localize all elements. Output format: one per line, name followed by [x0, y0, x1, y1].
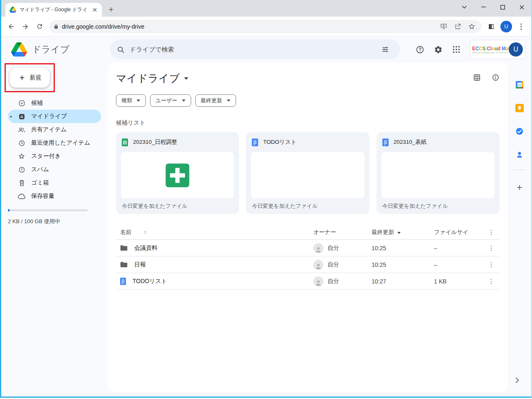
card-file-name: TODOリスト: [263, 138, 296, 146]
card-file-name: 202310_表紙: [394, 138, 427, 146]
search-options-icon[interactable]: [377, 41, 394, 58]
owner-avatar-icon: [313, 276, 323, 286]
suggestion-card[interactable]: 202310_表紙 今日変更を加えたファイル: [377, 132, 500, 214]
row-options-icon[interactable]: ⋮: [483, 244, 500, 252]
sidebar-item-label: 最近使用したアイテム: [31, 139, 90, 147]
settings-gear-icon[interactable]: [430, 41, 446, 58]
chevron-down-icon: [184, 77, 188, 80]
sidebar-item-label: マイドライブ: [31, 113, 67, 120]
storage-meter: 2 KB / 100 GB 使用中: [8, 209, 101, 225]
new-button[interactable]: 新規: [10, 68, 50, 88]
column-header-modified[interactable]: 最終更新: [372, 229, 434, 236]
storage-text: 2 KB / 100 GB 使用中: [8, 218, 101, 225]
file-name: 日報: [134, 261, 146, 268]
calendar-app-icon[interactable]: 31: [515, 73, 525, 96]
account-avatar[interactable]: U: [509, 42, 523, 57]
sidebar-item-storage[interactable]: 保存容量: [8, 190, 101, 203]
bookmark-star-icon[interactable]: [466, 21, 477, 32]
row-options-icon[interactable]: ⋮: [483, 261, 500, 268]
forward-icon[interactable]: [19, 20, 32, 33]
drive-logo-icon: [11, 42, 27, 57]
table-options-icon[interactable]: ⋮: [483, 229, 500, 236]
browser-menu-icon[interactable]: [515, 20, 528, 33]
plus-icon: [18, 74, 26, 81]
star-icon: [18, 153, 25, 160]
sort-descending-icon: [397, 232, 401, 234]
browser-avatar[interactable]: U: [500, 21, 512, 32]
chevron-down-icon: [227, 99, 230, 101]
sidebar-item-label: スパム: [31, 166, 49, 173]
chevron-down-icon: [182, 99, 185, 101]
card-preview: [121, 152, 234, 198]
page-title[interactable]: マイドライブ: [116, 71, 188, 85]
keep-app-icon[interactable]: [515, 96, 525, 120]
add-side-app-icon[interactable]: [515, 176, 525, 199]
sidebar: ドライブ 新規 候補 ▸: [1, 37, 108, 397]
trash-icon: [18, 180, 25, 187]
details-info-icon[interactable]: [492, 74, 500, 83]
drive-app: ドライブ 新規 候補 ▸: [1, 37, 531, 397]
eccs-logo-text: ECCS Cloud Mail: [472, 46, 509, 52]
address-bar[interactable]: drive.google.com/drive/my-drive: [49, 20, 481, 33]
column-header-owner[interactable]: オーナー: [313, 229, 372, 236]
maximize-icon[interactable]: [493, 0, 512, 14]
people-icon: [18, 127, 25, 133]
table-row[interactable]: 会議資料 自分 10:25 – ⋮: [116, 240, 500, 256]
search-bar[interactable]: ドライブで検索: [110, 39, 400, 59]
card-reason: 今日変更を加えたファイル: [377, 198, 500, 214]
owner-avatar-icon: [313, 260, 323, 270]
sidebar-item-starred[interactable]: スター付き: [8, 150, 101, 163]
lock-icon: [54, 24, 59, 30]
table-row[interactable]: TODOリスト 自分 10:27 1 KB ⋮: [116, 273, 500, 290]
sidebar-item-suggested[interactable]: 候補: [8, 96, 101, 110]
eccs-account-badge[interactable]: ECCS Cloud Mail Information Technology C…: [470, 40, 525, 59]
svg-text:31: 31: [518, 83, 521, 87]
sort-ascending-icon[interactable]: ↑: [144, 229, 147, 235]
tasks-app-icon[interactable]: [515, 120, 525, 143]
reload-icon[interactable]: [33, 20, 46, 33]
eccs-logo-subtitle: Information Technology Center, The Unive…: [472, 52, 509, 54]
new-tab-button[interactable]: ＋: [105, 3, 117, 15]
close-window-icon[interactable]: [512, 0, 531, 14]
sheets-file-icon: [122, 138, 128, 146]
main-panel: マイドライブ: [108, 62, 508, 392]
divider: [514, 170, 525, 170]
modified-time: 10:25: [372, 261, 434, 268]
back-icon[interactable]: [5, 20, 18, 33]
hide-side-panel-icon[interactable]: [515, 377, 519, 385]
row-options-icon[interactable]: ⋮: [483, 278, 500, 285]
sidebar-item-spam[interactable]: スパム: [8, 163, 101, 176]
filter-chip-modified[interactable]: 最終更新: [195, 94, 236, 107]
apps-grid-icon[interactable]: [448, 41, 465, 58]
chevron-down-icon: [137, 99, 140, 101]
install-app-icon[interactable]: [438, 21, 449, 32]
minimize-icon[interactable]: [474, 0, 493, 14]
column-header-size[interactable]: ファイルサイ: [434, 229, 483, 236]
new-button-label: 新規: [30, 74, 42, 81]
sheets-large-icon: [165, 163, 190, 188]
suggestion-card[interactable]: TODOリスト 今日変更を加えたファイル: [246, 132, 369, 214]
browser-tab[interactable]: マイドライブ - Google ドライブ ✕: [5, 3, 102, 17]
suggestion-card[interactable]: 202310_日程調整 今日変更を加えたファイル: [116, 132, 239, 214]
sidebar-item-shared[interactable]: 共有アイテム: [8, 123, 101, 136]
annotation-red-box: 新規: [5, 63, 55, 92]
search-placeholder: ドライブで検索: [130, 46, 372, 54]
tab-close-icon[interactable]: ✕: [91, 6, 99, 14]
tab-search-icon[interactable]: [455, 0, 474, 14]
expand-arrow-icon[interactable]: ▸: [10, 114, 12, 118]
sidebar-item-recent[interactable]: 最近使用したアイテム: [8, 136, 101, 150]
table-row[interactable]: 日報 自分 10:25 – ⋮: [116, 256, 500, 273]
column-header-name[interactable]: 名前: [120, 229, 131, 236]
grid-view-icon[interactable]: [473, 74, 481, 83]
share-icon[interactable]: [452, 21, 463, 32]
contacts-app-icon[interactable]: [515, 143, 525, 166]
sidebar-item-trash[interactable]: ゴミ箱: [8, 176, 101, 190]
suggested-section-label: 候補リスト: [116, 119, 500, 127]
help-icon[interactable]: [411, 41, 428, 58]
filter-chip-user[interactable]: ユーザー: [150, 94, 191, 107]
filter-chip-type[interactable]: 種類: [116, 94, 146, 107]
sidebar-item-my-drive[interactable]: ▸ マイドライブ: [8, 110, 101, 123]
drive-favicon: [10, 7, 16, 13]
side-panel-icon[interactable]: [485, 20, 498, 33]
docs-file-icon: [252, 138, 258, 146]
